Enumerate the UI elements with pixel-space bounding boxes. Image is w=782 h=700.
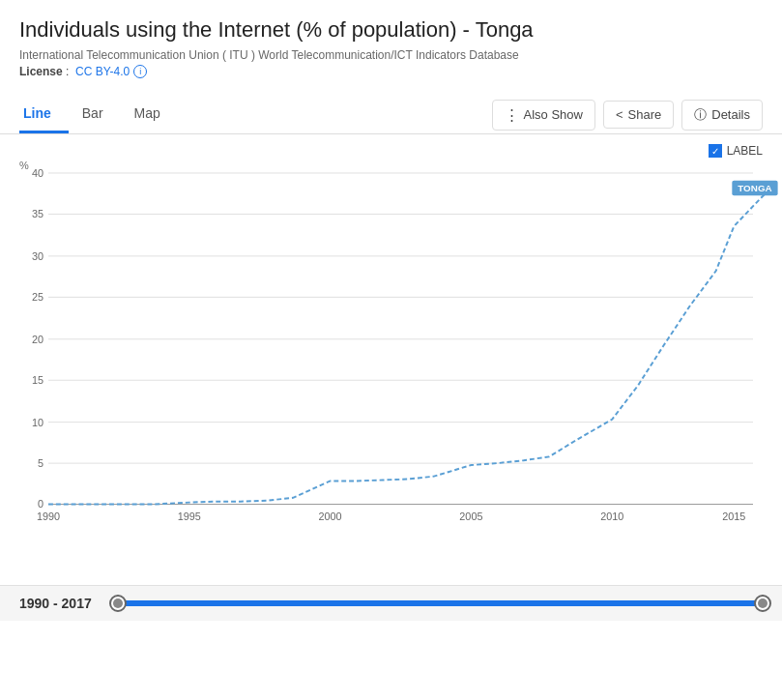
slider-fill <box>118 600 763 606</box>
handle-inner-right <box>758 598 768 608</box>
svg-text:15: 15 <box>32 374 43 386</box>
page-title: Individuals using the Internet (% of pop… <box>19 17 763 43</box>
svg-text:30: 30 <box>32 250 43 262</box>
tab-bar[interactable]: Bar <box>78 96 121 133</box>
chart-svg: 0 5 10 15 20 25 30 35 40 1990 1995 2000 … <box>48 173 753 546</box>
label-checkbox-box[interactable]: ✓ <box>709 144 722 158</box>
svg-text:2015: 2015 <box>722 510 745 522</box>
share-button[interactable]: < Share <box>603 101 674 129</box>
svg-text:1990: 1990 <box>37 510 60 522</box>
svg-text:40: 40 <box>32 167 43 179</box>
y-axis-unit: % <box>19 160 29 171</box>
header: Individuals using the Internet (% of pop… <box>0 0 782 86</box>
info-icon[interactable]: i <box>133 65 147 78</box>
check-icon: ✓ <box>711 146 719 157</box>
svg-text:2005: 2005 <box>459 510 482 522</box>
svg-text:2010: 2010 <box>600 510 623 522</box>
slider-handle-right[interactable] <box>754 595 771 612</box>
also-show-icon: ⋮ <box>505 106 519 124</box>
details-button[interactable]: ⓘ Details <box>681 100 763 131</box>
license-label: License <box>19 65 63 78</box>
svg-text:35: 35 <box>32 208 43 219</box>
svg-text:5: 5 <box>38 457 43 469</box>
tabs-bar: Line Bar Map ⋮ Also Show < Share ⓘ Detai… <box>0 96 782 134</box>
svg-text:2000: 2000 <box>319 510 342 522</box>
range-label: 1990 - 2017 <box>19 596 106 611</box>
svg-text:20: 20 <box>32 334 43 345</box>
svg-text:10: 10 <box>32 417 43 428</box>
details-icon: ⓘ <box>694 106 707 124</box>
slider-handle-left[interactable] <box>109 595 127 612</box>
svg-text:TONGA: TONGA <box>738 183 771 193</box>
svg-text:25: 25 <box>32 291 43 303</box>
range-slider[interactable] <box>118 600 763 606</box>
license-value[interactable]: CC BY-4.0 i <box>75 65 147 78</box>
svg-text:0: 0 <box>38 499 43 510</box>
tab-line[interactable]: Line <box>19 96 69 133</box>
chart-container: % 0 5 10 15 <box>19 160 763 575</box>
label-checkbox-text: LABEL <box>727 144 763 158</box>
bottom-bar: 1990 - 2017 <box>0 585 782 621</box>
license-line: License : CC BY-4.0 i <box>19 65 763 78</box>
also-show-button[interactable]: ⋮ Also Show <box>492 100 595 131</box>
tab-map[interactable]: Map <box>130 96 178 133</box>
svg-text:1995: 1995 <box>178 510 201 522</box>
handle-inner-left <box>113 598 123 608</box>
chart-area: ✓ LABEL % <box>0 134 782 575</box>
label-toggle[interactable]: ✓ LABEL <box>709 144 763 158</box>
subtitle: International Telecommunication Union ( … <box>19 48 763 62</box>
share-icon: < <box>616 107 623 122</box>
